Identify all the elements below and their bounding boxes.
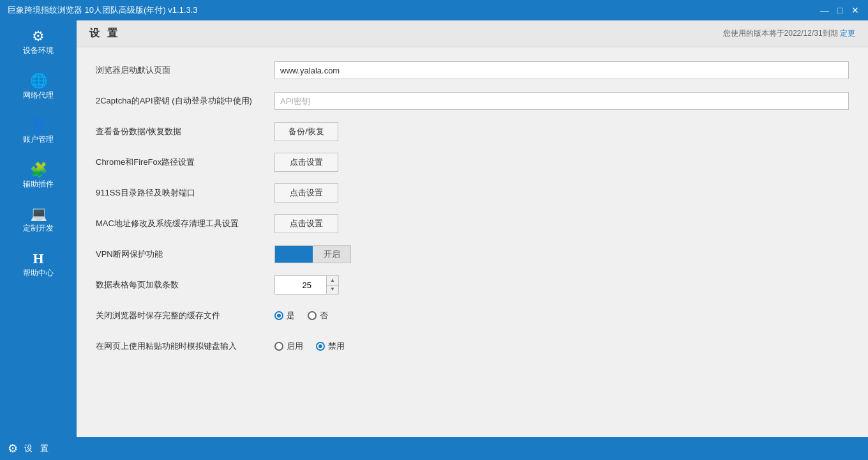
input-captcha[interactable]	[274, 92, 849, 110]
number-spinners: ▲ ▼	[326, 276, 338, 294]
settings-row-keyboard-sim: 在网页上使用粘贴功能时模拟键盘输入 启用 禁用	[96, 336, 849, 356]
content-header: 设 置 您使用的版本将于2022/12/31到期 定更	[77, 20, 868, 47]
control-vpn: 开启	[274, 245, 849, 263]
settings-row-default-page: 浏览器启动默认页面	[96, 60, 849, 80]
control-mac: 点击设置	[274, 214, 849, 233]
spinner-up-button[interactable]: ▲	[327, 276, 338, 286]
backup-button[interactable]: 备份/恢复	[274, 122, 338, 141]
spinner-down-button[interactable]: ▼	[327, 286, 338, 295]
page-title: 设 置	[89, 27, 120, 40]
control-chrome-firefox: 点击设置	[274, 153, 849, 172]
status-bar: ⚙ 设 置	[0, 437, 868, 460]
911ss-button[interactable]: 点击设置	[274, 183, 338, 203]
sidebar-item-device[interactable]: ⚙ 设备环境	[0, 20, 77, 65]
radio-circle-yes	[274, 311, 283, 320]
radio-label-disable: 禁用	[328, 341, 345, 352]
label-save-cache: 关闭浏览器时保存完整的缓存文件	[96, 310, 274, 321]
header-notice: 您使用的版本将于2022/12/31到期 定更	[723, 28, 855, 39]
minimize-button[interactable]: —	[819, 5, 830, 15]
sidebar: ⚙ 设备环境 🌐 网络代理 👤 账户管理 🧩 辅助插件 💻 定制开发 H 帮助中…	[0, 20, 77, 437]
settings-row-911ss: 911SS目录路径及映射端口 点击设置	[96, 183, 849, 203]
notice-text: 您使用的版本将于2022/12/31到期	[723, 29, 838, 38]
control-save-cache: 是 否	[274, 310, 849, 321]
main-layout: ⚙ 设备环境 🌐 网络代理 👤 账户管理 🧩 辅助插件 💻 定制开发 H 帮助中…	[0, 20, 868, 437]
radio-save-cache-no[interactable]: 否	[308, 310, 328, 321]
settings-row-page-load: 数据表格每页加载条数 ▲ ▼	[96, 275, 849, 295]
radio-keyboard-disable[interactable]: 禁用	[316, 341, 345, 352]
label-default-page: 浏览器启动默认页面	[96, 65, 274, 76]
input-default-page[interactable]	[274, 61, 849, 79]
radio-group-save-cache: 是 否	[274, 310, 328, 321]
app-title: 巨象跨境指纹浏览器 10人团队高级版(年付) v1.1.3.3	[8, 4, 819, 16]
control-911ss: 点击设置	[274, 183, 849, 203]
settings-row-vpn: VPN断网保护功能 开启	[96, 244, 849, 264]
radio-circle-enable	[274, 342, 283, 351]
sidebar-item-custom[interactable]: 💻 定制开发	[0, 198, 77, 243]
label-chrome-firefox: Chrome和FireFox路径设置	[96, 157, 274, 168]
title-bar: 巨象跨境指纹浏览器 10人团队高级版(年付) v1.1.3.3 — □ ✕	[0, 0, 868, 20]
sidebar-label-help: 帮助中心	[23, 268, 54, 279]
label-captcha: 2Captcha的API密钥 (自动登录功能中使用)	[96, 95, 274, 107]
sidebar-item-account[interactable]: 👤 账户管理	[0, 109, 77, 154]
sidebar-item-network[interactable]: 🌐 网络代理	[0, 65, 77, 110]
number-input-wrap: ▲ ▼	[274, 275, 339, 295]
toggle-on-part	[275, 246, 313, 263]
sidebar-label-custom: 定制开发	[23, 224, 54, 234]
radio-label-no: 否	[320, 310, 328, 321]
account-icon: 👤	[30, 118, 47, 132]
close-button[interactable]: ✕	[850, 5, 860, 15]
sidebar-item-help[interactable]: H 帮助中心	[0, 243, 77, 288]
label-mac: MAC地址修改及系统缓存清理工具设置	[96, 218, 274, 229]
settings-row-mac: MAC地址修改及系统缓存清理工具设置 点击设置	[96, 213, 849, 234]
settings-row-backup: 查看备份数据/恢复数据 备份/恢复	[96, 121, 849, 142]
vpn-toggle-label: 开启	[324, 249, 340, 260]
notice-link[interactable]: 定更	[840, 29, 855, 38]
settings-row-chrome-firefox: Chrome和FireFox路径设置 点击设置	[96, 152, 849, 172]
label-vpn: VPN断网保护功能	[96, 249, 274, 260]
custom-icon: 💻	[30, 207, 47, 221]
settings-content: 浏览器启动默认页面 2Captcha的API密钥 (自动登录功能中使用) 查看备…	[77, 47, 868, 437]
sidebar-label-device: 设备环境	[23, 46, 54, 56]
statusbar-icon: ⚙	[8, 441, 18, 456]
window-controls: — □ ✕	[819, 5, 860, 15]
label-911ss: 911SS目录路径及映射端口	[96, 187, 274, 199]
label-backup: 查看备份数据/恢复数据	[96, 126, 274, 137]
restore-button[interactable]: □	[835, 5, 845, 15]
network-icon: 🌐	[30, 74, 47, 88]
radio-circle-no	[308, 311, 317, 320]
mac-button[interactable]: 点击设置	[274, 214, 338, 233]
vpn-toggle[interactable]: 开启	[274, 245, 351, 263]
sidebar-label-account: 账户管理	[23, 135, 54, 145]
control-backup: 备份/恢复	[274, 122, 849, 141]
radio-label-enable: 启用	[287, 341, 303, 352]
sidebar-label-plugin: 辅助插件	[23, 180, 54, 190]
statusbar-label: 设 置	[24, 443, 51, 454]
label-page-load: 数据表格每页加载条数	[96, 279, 274, 291]
settings-row-captcha: 2Captcha的API密钥 (自动登录功能中使用)	[96, 91, 849, 111]
chrome-firefox-button[interactable]: 点击设置	[274, 153, 338, 172]
radio-group-keyboard-sim: 启用 禁用	[274, 341, 345, 352]
control-captcha	[274, 92, 849, 110]
device-icon: ⚙	[32, 29, 45, 43]
content-area: 设 置 您使用的版本将于2022/12/31到期 定更 浏览器启动默认页面 2C…	[77, 20, 868, 437]
radio-keyboard-enable[interactable]: 启用	[274, 341, 303, 352]
control-page-load: ▲ ▼	[274, 275, 849, 295]
help-icon: H	[33, 252, 43, 266]
control-keyboard-sim: 启用 禁用	[274, 341, 849, 352]
radio-label-yes: 是	[287, 310, 295, 321]
sidebar-label-network: 网络代理	[23, 91, 54, 101]
control-default-page	[274, 61, 849, 79]
plugin-icon: 🧩	[30, 163, 47, 177]
radio-circle-disable	[316, 342, 325, 351]
toggle-off-part: 开启	[313, 246, 350, 263]
radio-save-cache-yes[interactable]: 是	[274, 310, 295, 321]
page-load-input[interactable]	[275, 276, 326, 294]
label-keyboard-sim: 在网页上使用粘贴功能时模拟键盘输入	[96, 341, 274, 352]
settings-row-save-cache: 关闭浏览器时保存完整的缓存文件 是 否	[96, 305, 849, 326]
sidebar-item-plugin[interactable]: 🧩 辅助插件	[0, 154, 77, 199]
